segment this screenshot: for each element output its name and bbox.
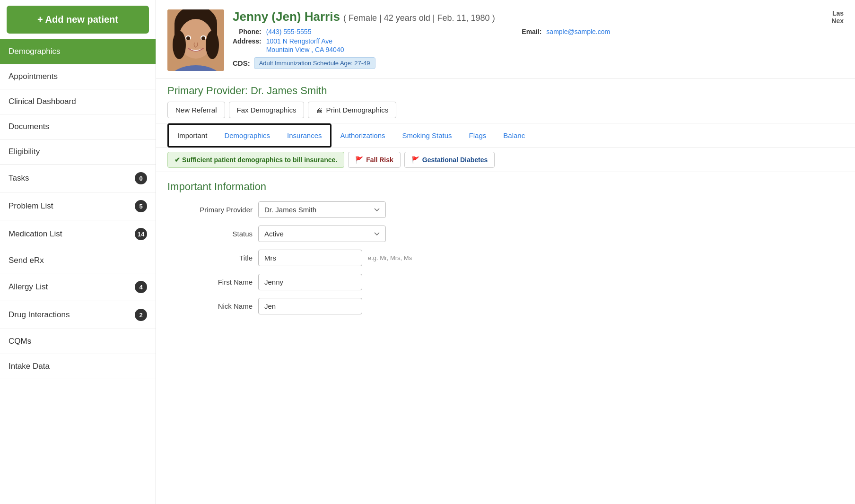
sidebar-item-problem-list[interactable]: Problem List 5 — [0, 192, 156, 220]
tab-balance[interactable]: Balanc — [495, 125, 533, 146]
sidebar-item-label: Allergy List — [9, 282, 48, 292]
sidebar-item-label: Intake Data — [9, 362, 50, 371]
svg-point-9 — [201, 36, 205, 40]
title-hint: e.g. Mr, Mrs, Ms — [368, 254, 412, 261]
tabs-row: Important Demographics Insurances Author… — [156, 123, 855, 148]
gestational-diabetes-flag-button[interactable]: 🚩 Gestational Diabetes — [404, 152, 495, 168]
new-referral-button[interactable]: New Referral — [167, 102, 225, 118]
sidebar-item-label: Send eRx — [9, 256, 44, 265]
provider-section: Primary Provider: Dr. James Smith New Re… — [156, 79, 855, 123]
sidebar-item-tasks[interactable]: Tasks 0 — [0, 165, 156, 192]
svg-point-4 — [173, 31, 186, 59]
svg-point-8 — [186, 36, 190, 40]
sidebar-item-drug-interactions[interactable]: Drug Interactions 2 — [0, 301, 156, 329]
tasks-badge: 0 — [135, 172, 147, 184]
email-label: Email: — [522, 28, 541, 35]
fax-demographics-button[interactable]: Fax Demographics — [229, 102, 305, 118]
sidebar-item-documents[interactable]: Documents — [0, 114, 156, 139]
tab-demographics[interactable]: Demographics — [216, 125, 279, 146]
svg-point-5 — [206, 31, 219, 59]
nick-name-label: Nick Name — [167, 302, 253, 310]
cds-row: CDS: Adult Immunization Schedule Age: 27… — [233, 57, 797, 69]
cds-label: CDS: — [233, 59, 250, 67]
sidebar-item-label: Eligibility — [9, 147, 40, 156]
patient-details: Phone: (443) 555-5555 Email: sample@samp… — [233, 28, 797, 53]
important-info-title: Important Information — [167, 181, 844, 193]
patient-phone: (443) 555-5555 — [266, 28, 517, 35]
allergy-list-badge: 4 — [135, 281, 147, 293]
form-row-first-name: First Name — [167, 274, 844, 290]
form-row-nick-name: Nick Name — [167, 298, 844, 314]
sidebar-item-clinical-dashboard[interactable]: Clinical Dashboard — [0, 89, 156, 114]
sidebar-item-label: Clinical Dashboard — [9, 97, 76, 106]
sidebar-item-medication-list[interactable]: Medication List 14 — [0, 220, 156, 248]
sidebar-item-label: Drug Interactions — [9, 310, 70, 320]
form-row-title: Title e.g. Mr, Mrs, Ms — [167, 250, 844, 266]
sidebar-item-label: Tasks — [9, 174, 29, 183]
title-label: Title — [167, 254, 253, 262]
first-name-label: First Name — [167, 278, 253, 286]
patient-email: sample@sample.com — [546, 28, 797, 35]
sidebar: + Add new patient Demographics Appointme… — [0, 0, 156, 504]
sidebar-item-send-erx[interactable]: Send eRx — [0, 248, 156, 273]
sidebar-item-label: Problem List — [9, 201, 53, 211]
sidebar-item-demographics[interactable]: Demographics — [0, 39, 156, 64]
sidebar-nav: Demographics Appointments Clinical Dashb… — [0, 39, 156, 379]
primary-provider-label: Primary Provider — [167, 206, 253, 214]
fall-risk-flag-button[interactable]: 🚩 Fall Risk — [348, 152, 401, 168]
cds-badge: Adult Immunization Schedule Age: 27-49 — [254, 57, 375, 69]
patient-info: Jenny (Jen) Harris ( Female | 42 years o… — [233, 9, 797, 69]
sidebar-item-label: Medication List — [9, 229, 62, 239]
sidebar-item-appointments[interactable]: Appointments — [0, 64, 156, 89]
sidebar-item-intake-data[interactable]: Intake Data — [0, 354, 156, 379]
print-demographics-button[interactable]: 🖨 Print Demographics — [308, 102, 396, 118]
tab-flags[interactable]: Flags — [461, 125, 495, 146]
form-row-status: Status Active Inactive — [167, 226, 844, 242]
patient-address: 1001 N Rengstorff Ave Mountain View , CA… — [266, 37, 517, 53]
tab-smoking-status[interactable]: Smoking Status — [394, 125, 461, 146]
sufficient-demographics-alert: ✔ Sufficient patient demographics to bil… — [167, 152, 344, 168]
add-patient-button[interactable]: + Add new patient — [7, 6, 149, 34]
gestational-diabetes-flag-icon: 🚩 — [411, 156, 419, 164]
patient-photo — [167, 9, 224, 71]
tab-authorizations[interactable]: Authorizations — [332, 125, 393, 146]
phone-label: Phone: — [233, 28, 262, 35]
address-label: Address: — [233, 37, 262, 45]
provider-title: Primary Provider: Dr. James Smith — [167, 85, 844, 97]
sidebar-item-cqms[interactable]: CQMs — [0, 329, 156, 354]
status-select[interactable]: Active Inactive — [258, 226, 386, 242]
important-info-section: Important Information Primary Provider D… — [156, 172, 855, 330]
print-icon: 🖨 — [316, 106, 323, 114]
action-buttons: New Referral Fax Demographics 🖨 Print De… — [167, 102, 844, 118]
primary-provider-select[interactable]: Dr. James Smith — [258, 201, 386, 218]
patient-header: Jenny (Jen) Harris ( Female | 42 years o… — [156, 0, 855, 79]
form-row-primary-provider: Primary Provider Dr. James Smith — [167, 201, 844, 218]
sidebar-item-allergy-list[interactable]: Allergy List 4 — [0, 273, 156, 301]
status-label: Status — [167, 230, 253, 238]
sidebar-item-label: CQMs — [9, 337, 31, 346]
sidebar-item-label: Demographics — [9, 47, 61, 56]
patient-meta: ( Female | 42 years old | Feb. 11, 1980 … — [343, 13, 495, 23]
tabs-bordered-group: Important Demographics Insurances — [167, 123, 332, 148]
title-input[interactable] — [258, 250, 362, 266]
fall-risk-flag-icon: 🚩 — [355, 156, 363, 164]
problem-list-badge: 5 — [135, 200, 147, 212]
sidebar-item-label: Appointments — [9, 72, 58, 81]
sidebar-item-eligibility[interactable]: Eligibility — [0, 139, 156, 165]
main-content: Jenny (Jen) Harris ( Female | 42 years o… — [156, 0, 855, 504]
last-next: Las Nex — [806, 9, 844, 25]
alerts-bar: ✔ Sufficient patient demographics to bil… — [156, 148, 855, 172]
medication-list-badge: 14 — [135, 228, 147, 240]
nick-name-input[interactable] — [258, 298, 362, 314]
sidebar-item-label: Documents — [9, 122, 49, 131]
drug-interactions-badge: 2 — [135, 309, 147, 321]
tab-important[interactable]: Important — [169, 125, 216, 146]
first-name-input[interactable] — [258, 274, 362, 290]
tab-insurances[interactable]: Insurances — [279, 125, 330, 146]
patient-name: Jenny (Jen) Harris ( Female | 42 years o… — [233, 9, 797, 24]
